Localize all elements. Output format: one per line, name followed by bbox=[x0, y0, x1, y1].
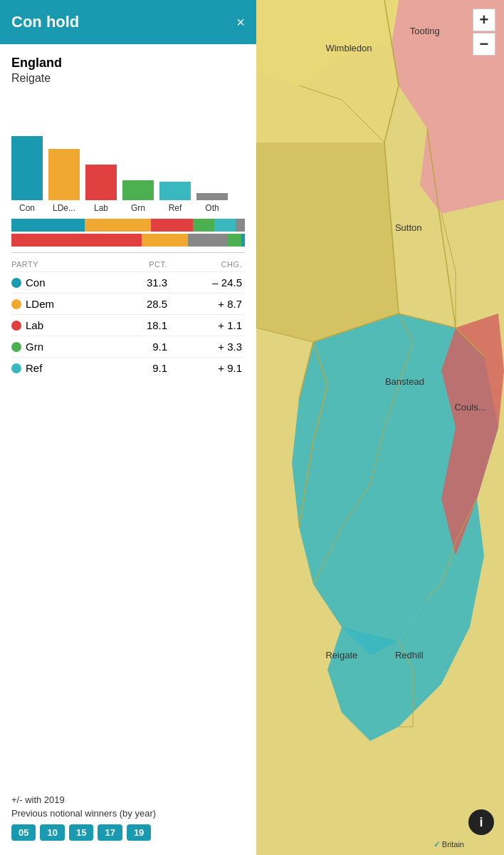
bar-item-grn: Grn bbox=[122, 180, 154, 213]
bar-label-ref: Ref bbox=[169, 203, 182, 213]
chg-cell: + 9.1 bbox=[170, 358, 245, 379]
brand-label: Britain bbox=[442, 840, 464, 849]
stacked-bar-previous bbox=[11, 234, 245, 247]
panel-title: Con hold bbox=[11, 13, 79, 31]
chg-cell: + 8.7 bbox=[170, 294, 245, 315]
panel-header: Con hold × bbox=[0, 0, 256, 44]
party-name: Lab bbox=[26, 319, 43, 331]
year-badges: 0510151719 bbox=[11, 824, 245, 841]
stacked-seg-oth bbox=[236, 219, 245, 232]
stacked-seg-ref bbox=[214, 219, 236, 232]
party-cell: Ref bbox=[11, 358, 116, 379]
pct-cell: 28.5 bbox=[116, 294, 170, 315]
stacked-seg-lab bbox=[151, 219, 193, 232]
pct-cell: 9.1 bbox=[116, 336, 170, 358]
party-name: Grn bbox=[26, 341, 43, 353]
stacked-seg-grn bbox=[193, 219, 214, 232]
stacked-seg-ldem bbox=[85, 219, 151, 232]
year-badge-10[interactable]: 10 bbox=[40, 824, 64, 841]
col-chg: CHG. bbox=[170, 259, 245, 272]
party-dot-lab bbox=[11, 321, 21, 331]
bar-item-ref: Ref bbox=[159, 182, 191, 213]
party-cell: Con bbox=[11, 272, 116, 294]
map-svg bbox=[256, 0, 504, 855]
party-dot-con bbox=[11, 278, 21, 288]
zoom-in-button[interactable]: + bbox=[473, 9, 495, 31]
bar-label-lab: Lab bbox=[94, 203, 108, 213]
bar-label-con: Con bbox=[19, 203, 35, 213]
pct-cell: 18.1 bbox=[116, 315, 170, 336]
left-panel: Con hold × England Reigate Con LDe... La… bbox=[0, 0, 256, 855]
party-dot-ref bbox=[11, 363, 21, 373]
bar-ldem bbox=[48, 149, 80, 200]
party-cell: Grn bbox=[11, 336, 116, 358]
map-area: Wimbledon Tooting Sutton Banstead Couls.… bbox=[256, 0, 504, 855]
bar-oth bbox=[196, 193, 228, 200]
year-badge-19[interactable]: 19 bbox=[127, 824, 151, 841]
party-name: LDem bbox=[26, 298, 54, 310]
pct-cell: 31.3 bbox=[116, 272, 170, 294]
table-row: Grn 9.1 + 3.3 bbox=[11, 336, 245, 358]
prev-stacked-seg-ref bbox=[241, 234, 245, 247]
brand-checkmark: ✓ bbox=[434, 840, 440, 849]
stacked-bar-current bbox=[11, 219, 245, 232]
party-cell: Lab bbox=[11, 315, 116, 336]
col-pct: PCT. bbox=[116, 259, 170, 272]
chg-cell: + 1.1 bbox=[170, 315, 245, 336]
table-row: LDem 28.5 + 8.7 bbox=[11, 294, 245, 315]
bar-item-lab: Lab bbox=[85, 165, 117, 213]
table-row: Con 31.3 – 24.5 bbox=[11, 272, 245, 294]
note-1: +/- with 2019 bbox=[11, 794, 245, 805]
chg-cell: – 24.5 bbox=[170, 272, 245, 294]
party-dot-ldem bbox=[11, 299, 21, 309]
bar-lab bbox=[85, 165, 117, 200]
map-brand: ✓ Britain bbox=[434, 840, 464, 849]
bar-chart: Con LDe... Lab Grn Ref Oth bbox=[11, 142, 245, 213]
bar-item-con: Con bbox=[11, 136, 43, 213]
party-name: Ref bbox=[26, 362, 42, 374]
table-row: Lab 18.1 + 1.1 bbox=[11, 315, 245, 336]
table-row: Ref 9.1 + 9.1 bbox=[11, 358, 245, 379]
prev-stacked-seg-con bbox=[11, 234, 142, 247]
note-2: Previous notional winners (by year) bbox=[11, 808, 245, 819]
pct-cell: 9.1 bbox=[116, 358, 170, 379]
chg-cell: + 3.3 bbox=[170, 336, 245, 358]
divider bbox=[11, 252, 245, 253]
zoom-out-button[interactable]: − bbox=[473, 33, 495, 56]
panel-footer: +/- with 2019 Previous notional winners … bbox=[0, 786, 256, 855]
panel-body: England Reigate Con LDe... Lab Grn Ref O… bbox=[0, 44, 256, 786]
prev-stacked-seg-grn bbox=[228, 234, 241, 247]
map-info-button[interactable]: i bbox=[468, 809, 494, 835]
bar-item-oth: Oth bbox=[196, 193, 228, 213]
region-name: England bbox=[11, 56, 245, 71]
constituency-name: Reigate bbox=[11, 72, 245, 85]
svg-marker-5 bbox=[256, 142, 399, 342]
bar-grn bbox=[122, 180, 154, 200]
results-table: PARTY PCT. CHG. Con 31.3 – 24.5 LDem bbox=[11, 259, 245, 378]
prev-stacked-seg-ldem bbox=[142, 234, 188, 247]
party-cell: LDem bbox=[11, 294, 116, 315]
party-dot-grn bbox=[11, 342, 21, 352]
bar-item-ldem: LDe... bbox=[48, 149, 80, 213]
bar-con bbox=[11, 136, 43, 200]
prev-stacked-seg-lab bbox=[188, 234, 228, 247]
year-badge-15[interactable]: 15 bbox=[69, 824, 93, 841]
year-badge-05[interactable]: 05 bbox=[11, 824, 36, 841]
stacked-seg-con bbox=[11, 219, 85, 232]
year-badge-17[interactable]: 17 bbox=[98, 824, 122, 841]
results-tbody: Con 31.3 – 24.5 LDem 28.5 + 8.7 Lab 18 bbox=[11, 272, 245, 379]
bar-label-oth: Oth bbox=[205, 203, 219, 213]
col-party: PARTY bbox=[11, 259, 116, 272]
bar-label-grn: Grn bbox=[131, 203, 145, 213]
map-controls: + − bbox=[473, 9, 495, 56]
bar-label-ldem: LDe... bbox=[53, 203, 75, 213]
stacked-bars bbox=[11, 219, 245, 247]
bar-ref bbox=[159, 182, 191, 200]
party-name: Con bbox=[26, 276, 46, 289]
close-button[interactable]: × bbox=[236, 14, 245, 31]
